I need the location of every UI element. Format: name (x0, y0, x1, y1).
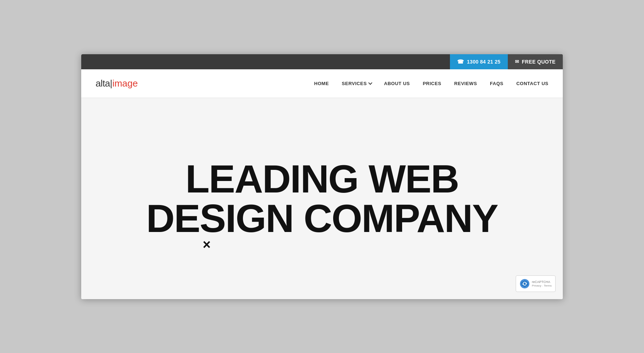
logo-separator: | (110, 78, 112, 89)
chevron-down-icon (368, 81, 372, 85)
recaptcha-text-block: reCAPTCHA Privacy - Terms (532, 280, 552, 288)
nav-link-faqs[interactable]: FAQS (490, 81, 503, 86)
nav-link-reviews[interactable]: REVIEWS (454, 81, 477, 86)
nav-link-contact[interactable]: CONTACT US (516, 81, 548, 86)
hero-title: LEADING WEB DESIGN COMPANY (146, 159, 498, 238)
nav-link-prices[interactable]: PRICES (423, 81, 441, 86)
recaptcha-privacy[interactable]: Privacy (532, 284, 541, 287)
free-quote-button[interactable]: ✉ FREE QUOTE (508, 54, 563, 69)
nav-item-reviews[interactable]: REVIEWS (454, 80, 477, 87)
nav-services-label: SERVICES (342, 81, 367, 86)
nav-item-contact[interactable]: CONTACT US (516, 80, 548, 87)
nav-item-home[interactable]: HOME (314, 80, 329, 87)
recaptcha-links: Privacy - Terms (532, 284, 552, 287)
nav-link-services[interactable]: SERVICES (342, 81, 371, 86)
recaptcha-badge: reCAPTCHA Privacy - Terms (516, 275, 556, 292)
cursor-icon: × (203, 237, 211, 252)
quote-label: FREE QUOTE (522, 59, 556, 65)
phone-icon: ☎ (457, 59, 464, 65)
navigation-bar: alta | image HOME SERVICES ABOUT US PRIC… (81, 69, 563, 98)
nav-links: HOME SERVICES ABOUT US PRICES REVIEWS FA… (314, 80, 548, 87)
recaptcha-logo-icon (520, 279, 530, 289)
nav-link-about[interactable]: ABOUT US (384, 81, 410, 86)
nav-item-services[interactable]: SERVICES (342, 81, 371, 86)
hero-title-line1: LEADING WEB (146, 159, 498, 199)
nav-item-about[interactable]: ABOUT US (384, 80, 410, 87)
browser-frame: ☎ 1300 84 21 25 ✉ FREE QUOTE alta | imag… (81, 54, 563, 299)
logo[interactable]: alta | image (96, 78, 138, 89)
nav-item-faqs[interactable]: FAQS (490, 80, 503, 87)
logo-image: image (112, 78, 138, 89)
recaptcha-terms[interactable]: Terms (544, 284, 552, 287)
hero-section: LEADING WEB DESIGN COMPANY × reCAPTCHA P… (81, 98, 563, 299)
nav-link-home[interactable]: HOME (314, 81, 329, 86)
hero-title-line2: DESIGN COMPANY (146, 199, 498, 238)
nav-item-prices[interactable]: PRICES (423, 80, 441, 87)
recaptcha-brand: reCAPTCHA (532, 280, 552, 284)
top-bar: ☎ 1300 84 21 25 ✉ FREE QUOTE (81, 54, 563, 69)
phone-button[interactable]: ☎ 1300 84 21 25 (450, 54, 508, 69)
mail-icon: ✉ (515, 59, 519, 64)
logo-alta: alta (96, 78, 110, 89)
phone-number: 1300 84 21 25 (467, 59, 500, 65)
